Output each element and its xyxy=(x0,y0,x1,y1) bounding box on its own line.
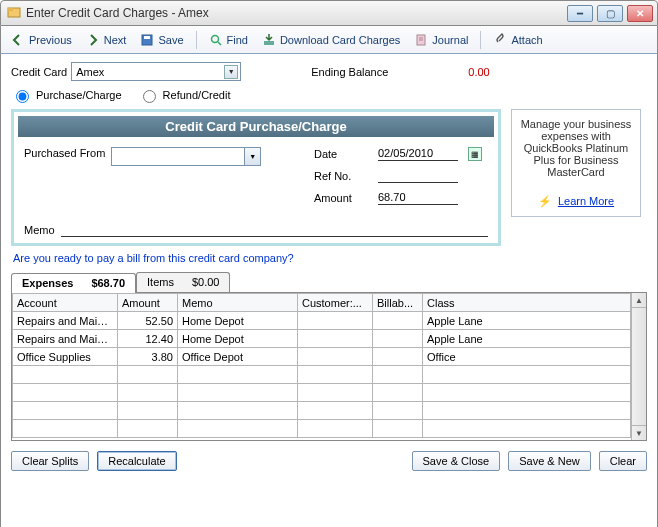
main-area: Credit Card Amex ▼ Ending Balance 0.00 P… xyxy=(0,54,658,527)
app-icon xyxy=(7,6,21,20)
pay-bill-link[interactable]: Are you ready to pay a bill from this cr… xyxy=(13,252,294,264)
cell-billable[interactable] xyxy=(373,402,423,420)
cell-class[interactable]: Apple Lane xyxy=(423,330,631,348)
promo-box: Manage your business expenses with Quick… xyxy=(511,109,641,217)
save-button[interactable]: Save xyxy=(136,31,187,49)
scrollbar[interactable]: ▲ ▼ xyxy=(631,293,646,440)
cell-billable[interactable] xyxy=(373,384,423,402)
purchased-from-select[interactable]: ▼ xyxy=(111,147,261,166)
credit-card-value: Amex xyxy=(76,66,104,78)
promo-learn-more-link[interactable]: Learn More xyxy=(558,195,614,207)
table-row[interactable] xyxy=(13,384,631,402)
clear-splits-button[interactable]: Clear Splits xyxy=(11,451,89,471)
cell-memo[interactable] xyxy=(178,384,298,402)
maximize-button[interactable]: ▢ xyxy=(597,5,623,22)
cell-class[interactable] xyxy=(423,366,631,384)
journal-button[interactable]: Journal xyxy=(410,31,472,49)
attach-button[interactable]: Attach xyxy=(489,31,546,49)
cell-account[interactable] xyxy=(13,420,118,438)
toolbar: Previous Next Save Find Download Card Ch… xyxy=(0,26,658,54)
grid-header-row: Account Amount Memo Customer:... Billab.… xyxy=(13,294,631,312)
col-amount[interactable]: Amount xyxy=(118,294,178,312)
cell-class[interactable] xyxy=(423,420,631,438)
refund-radio-input[interactable] xyxy=(143,90,156,103)
cell-account[interactable] xyxy=(13,366,118,384)
cell-amount[interactable]: 3.80 xyxy=(118,348,178,366)
cell-customer[interactable] xyxy=(298,420,373,438)
cell-customer[interactable] xyxy=(298,366,373,384)
col-customer[interactable]: Customer:... xyxy=(298,294,373,312)
cell-memo[interactable]: Home Depot xyxy=(178,312,298,330)
table-row[interactable] xyxy=(13,420,631,438)
date-input[interactable] xyxy=(378,147,458,161)
cell-billable[interactable] xyxy=(373,330,423,348)
amount-input[interactable] xyxy=(378,191,458,205)
purchase-radio-input[interactable] xyxy=(16,90,29,103)
cell-amount[interactable]: 52.50 xyxy=(118,312,178,330)
credit-card-label: Credit Card xyxy=(11,66,67,78)
previous-button[interactable]: Previous xyxy=(7,31,76,49)
recalculate-button[interactable]: Recalculate xyxy=(97,451,176,471)
cell-memo[interactable] xyxy=(178,402,298,420)
refund-radio[interactable]: Refund/Credit xyxy=(138,87,231,103)
cell-customer[interactable] xyxy=(298,312,373,330)
refno-input[interactable] xyxy=(378,169,458,183)
purchase-radio[interactable]: Purchase/Charge xyxy=(11,87,122,103)
cell-memo[interactable]: Home Depot xyxy=(178,330,298,348)
cell-account[interactable] xyxy=(13,402,118,420)
table-row[interactable] xyxy=(13,366,631,384)
cell-account[interactable]: Office Supplies xyxy=(13,348,118,366)
scroll-up-icon[interactable]: ▲ xyxy=(632,293,646,308)
cell-class[interactable] xyxy=(423,402,631,420)
col-class[interactable]: Class xyxy=(423,294,631,312)
cell-class[interactable] xyxy=(423,384,631,402)
scroll-down-icon[interactable]: ▼ xyxy=(632,425,646,440)
table-row[interactable]: Office Supplies3.80Office DepotOffice xyxy=(13,348,631,366)
cell-amount[interactable] xyxy=(118,402,178,420)
cell-billable[interactable] xyxy=(373,348,423,366)
cell-customer[interactable] xyxy=(298,384,373,402)
find-button[interactable]: Find xyxy=(205,31,252,49)
tab-items-label: Items xyxy=(147,276,174,288)
cell-customer[interactable] xyxy=(298,330,373,348)
purchase-radio-label: Purchase/Charge xyxy=(36,89,122,101)
table-row[interactable] xyxy=(13,402,631,420)
cell-billable[interactable] xyxy=(373,420,423,438)
cell-amount[interactable] xyxy=(118,420,178,438)
col-account[interactable]: Account xyxy=(13,294,118,312)
cell-memo[interactable]: Office Depot xyxy=(178,348,298,366)
next-button[interactable]: Next xyxy=(82,31,131,49)
minimize-button[interactable]: ━ xyxy=(567,5,593,22)
cell-billable[interactable] xyxy=(373,312,423,330)
promo-text: Manage your business expenses with Quick… xyxy=(518,118,634,178)
cell-memo[interactable] xyxy=(178,366,298,384)
tab-items[interactable]: Items $0.00 xyxy=(136,272,230,292)
cell-account[interactable]: Repairs and Maint... xyxy=(13,312,118,330)
download-charges-button[interactable]: Download Card Charges xyxy=(258,31,404,49)
cell-billable[interactable] xyxy=(373,366,423,384)
clear-button[interactable]: Clear xyxy=(599,451,647,471)
col-billable[interactable]: Billab... xyxy=(373,294,423,312)
cell-amount[interactable] xyxy=(118,366,178,384)
credit-card-select[interactable]: Amex ▼ xyxy=(71,62,241,81)
save-close-button[interactable]: Save & Close xyxy=(412,451,501,471)
cell-customer[interactable] xyxy=(298,402,373,420)
cell-class[interactable]: Apple Lane xyxy=(423,312,631,330)
tab-expenses[interactable]: Expenses $68.70 xyxy=(11,273,136,293)
cell-amount[interactable] xyxy=(118,384,178,402)
cell-memo[interactable] xyxy=(178,420,298,438)
cell-class[interactable]: Office xyxy=(423,348,631,366)
credit-card-row: Credit Card Amex ▼ Ending Balance 0.00 xyxy=(11,62,647,81)
save-new-button[interactable]: Save & New xyxy=(508,451,591,471)
cell-account[interactable] xyxy=(13,384,118,402)
calendar-icon[interactable]: ▦ xyxy=(468,147,482,161)
cell-customer[interactable] xyxy=(298,348,373,366)
purchase-panel: Credit Card Purchase/Charge Purchased Fr… xyxy=(11,109,501,246)
col-memo[interactable]: Memo xyxy=(178,294,298,312)
close-button[interactable]: ✕ xyxy=(627,5,653,22)
table-row[interactable]: Repairs and Maint...52.50Home DepotApple… xyxy=(13,312,631,330)
cell-account[interactable]: Repairs and Maint... xyxy=(13,330,118,348)
memo-input[interactable] xyxy=(61,223,488,237)
cell-amount[interactable]: 12.40 xyxy=(118,330,178,348)
table-row[interactable]: Repairs and Maint...12.40Home DepotApple… xyxy=(13,330,631,348)
